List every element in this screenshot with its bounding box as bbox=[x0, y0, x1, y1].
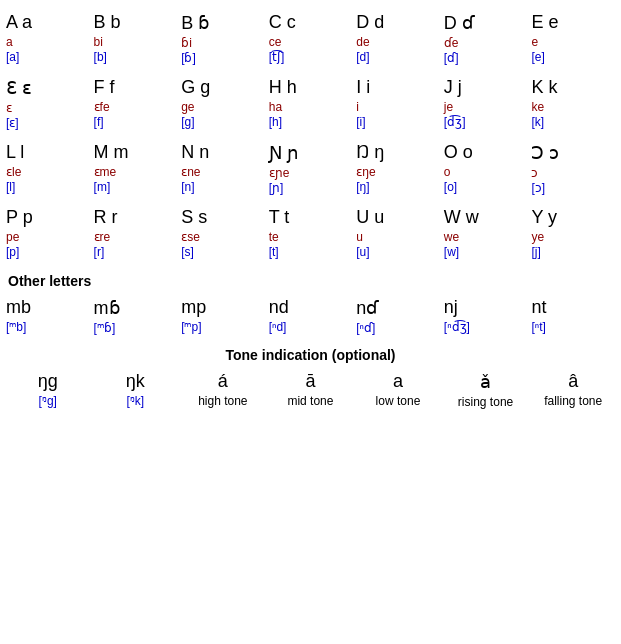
other-letter-main: nt bbox=[531, 297, 615, 318]
other-letter-main: mb bbox=[6, 297, 90, 318]
letter-cell: O o o [o] bbox=[442, 138, 530, 203]
letter-cell: T t te [t] bbox=[267, 203, 355, 267]
letter-main: N n bbox=[181, 142, 265, 163]
other-letter-cell: nɗ [ⁿɗ] bbox=[354, 293, 442, 343]
letter-cell: N n ɛne [n] bbox=[179, 138, 267, 203]
letter-cell: B b bi [b] bbox=[92, 8, 180, 73]
tone-ipa: [ᵑk] bbox=[94, 394, 178, 408]
other-letters-header: Other letters bbox=[4, 273, 617, 289]
tone-cell: ŋk [ᵑk] bbox=[92, 367, 180, 414]
letter-name: bi bbox=[94, 35, 178, 49]
letter-main: R r bbox=[94, 207, 178, 228]
letter-ipa: [w] bbox=[444, 245, 528, 259]
other-letter-cell: nd [ⁿd] bbox=[267, 293, 355, 343]
letter-main: J j bbox=[444, 77, 528, 98]
letter-ipa: [f] bbox=[94, 115, 178, 129]
letter-name: ke bbox=[531, 100, 615, 114]
letter-ipa: [i] bbox=[356, 115, 440, 129]
letter-main: A a bbox=[6, 12, 90, 33]
letter-main: C c bbox=[269, 12, 353, 33]
other-letter-main: mɓ bbox=[94, 297, 178, 319]
letter-main: O o bbox=[444, 142, 528, 163]
letter-cell: Y y ye [j] bbox=[529, 203, 617, 267]
letter-name: we bbox=[444, 230, 528, 244]
letter-name: ɛre bbox=[94, 230, 178, 244]
other-letter-cell: nt [ⁿt] bbox=[529, 293, 617, 343]
letter-main: F f bbox=[94, 77, 178, 98]
tone-table: ŋg [ᵑg] ŋk [ᵑk] á high tone ā mid tone a… bbox=[4, 367, 617, 414]
letter-cell: Ɔ ɔ ɔ [ɔ] bbox=[529, 138, 617, 203]
letter-ipa: [e] bbox=[531, 50, 615, 64]
other-letter-main: nj bbox=[444, 297, 528, 318]
other-letters-table: mb [ᵐb] mɓ [ᵐɓ] mp [ᵐp] nd [ⁿd] nɗ [ⁿɗ] … bbox=[4, 293, 617, 343]
letter-cell: Ŋ ŋ ɛŋe [ŋ] bbox=[354, 138, 442, 203]
other-letter-cell: mb [ᵐb] bbox=[4, 293, 92, 343]
letter-name: ye bbox=[531, 230, 615, 244]
letter-ipa: [ŋ] bbox=[356, 180, 440, 194]
tone-cell: ā mid tone bbox=[267, 367, 355, 414]
table-row: L l ɛle [l] M m ɛme [m] N n ɛne [n] Ɲ ɲ … bbox=[4, 138, 617, 203]
letter-ipa: [u] bbox=[356, 245, 440, 259]
other-letter-ipa: [ᵐp] bbox=[181, 320, 265, 334]
letter-ipa: [p] bbox=[6, 245, 90, 259]
letter-name: o bbox=[444, 165, 528, 179]
letter-cell: U u u [u] bbox=[354, 203, 442, 267]
letter-name: e bbox=[531, 35, 615, 49]
letter-ipa: [o] bbox=[444, 180, 528, 194]
letter-main: S s bbox=[181, 207, 265, 228]
letter-name: ɛme bbox=[94, 165, 178, 179]
tone-letter: ŋg bbox=[6, 371, 90, 392]
letter-main: P p bbox=[6, 207, 90, 228]
tone-letter: á bbox=[181, 371, 265, 392]
table-row: Ɛ ɛ ɛ [ɛ] F f ɛfe [f] G g ge [g] H h ha … bbox=[4, 73, 617, 138]
letter-ipa: [d͡ʒ] bbox=[444, 115, 528, 129]
tone-cell: ǎ rising tone bbox=[442, 367, 530, 414]
letter-ipa: [a] bbox=[6, 50, 90, 64]
tone-label: rising tone bbox=[444, 395, 528, 409]
letter-main: B b bbox=[94, 12, 178, 33]
other-letter-ipa: [ᵐb] bbox=[6, 320, 90, 334]
letter-name: i bbox=[356, 100, 440, 114]
letter-name: ɗe bbox=[444, 36, 528, 50]
tone-label: falling tone bbox=[531, 394, 615, 408]
letter-main: H h bbox=[269, 77, 353, 98]
tone-label: low tone bbox=[356, 394, 440, 408]
letter-ipa: [j] bbox=[531, 245, 615, 259]
letter-ipa: [b] bbox=[94, 50, 178, 64]
letter-name: a bbox=[6, 35, 90, 49]
letter-main: M m bbox=[94, 142, 178, 163]
other-letter-cell: mp [ᵐp] bbox=[179, 293, 267, 343]
letter-main: Ŋ ŋ bbox=[356, 142, 440, 163]
other-letter-main: mp bbox=[181, 297, 265, 318]
letter-ipa: [ɛ] bbox=[6, 116, 90, 130]
letter-name: te bbox=[269, 230, 353, 244]
letter-cell: G g ge [g] bbox=[179, 73, 267, 138]
letter-cell: P p pe [p] bbox=[4, 203, 92, 267]
letter-main: B ɓ bbox=[181, 12, 265, 34]
letter-ipa: [ɲ] bbox=[269, 181, 353, 195]
table-row: A a a [a] B b bi [b] B ɓ ɓi [ɓ] C c ce [… bbox=[4, 8, 617, 73]
letter-name: pe bbox=[6, 230, 90, 244]
tone-cell: ŋg [ᵑg] bbox=[4, 367, 92, 414]
letter-main: D ɗ bbox=[444, 12, 528, 34]
letter-name: ɛɲe bbox=[269, 166, 353, 180]
tone-letter: â bbox=[531, 371, 615, 392]
letter-cell: M m ɛme [m] bbox=[92, 138, 180, 203]
letter-cell: S s ɛse [s] bbox=[179, 203, 267, 267]
table-row: mb [ᵐb] mɓ [ᵐɓ] mp [ᵐp] nd [ⁿd] nɗ [ⁿɗ] … bbox=[4, 293, 617, 343]
letter-name: de bbox=[356, 35, 440, 49]
letter-cell: Ɛ ɛ ɛ [ɛ] bbox=[4, 73, 92, 138]
letter-name: ge bbox=[181, 100, 265, 114]
letter-name: ɛfe bbox=[94, 100, 178, 114]
letter-name: ha bbox=[269, 100, 353, 114]
letter-ipa: [l] bbox=[6, 180, 90, 194]
letter-main: Ɔ ɔ bbox=[531, 142, 615, 164]
letter-main: T t bbox=[269, 207, 353, 228]
other-letter-ipa: [ⁿd͡ʒ] bbox=[444, 320, 528, 334]
main-alphabet-table: A a a [a] B b bi [b] B ɓ ɓi [ɓ] C c ce [… bbox=[4, 8, 617, 267]
letter-main: K k bbox=[531, 77, 615, 98]
tone-label: high tone bbox=[181, 394, 265, 408]
tone-letter: ā bbox=[269, 371, 353, 392]
letter-name: u bbox=[356, 230, 440, 244]
letter-cell: H h ha [h] bbox=[267, 73, 355, 138]
